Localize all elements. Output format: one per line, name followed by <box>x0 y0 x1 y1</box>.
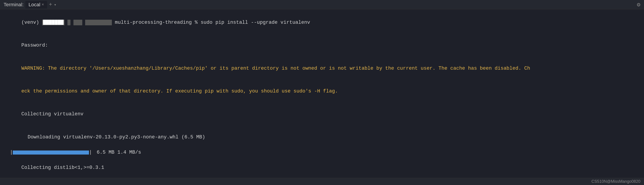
tab-close-icon[interactable]: × <box>42 2 44 7</box>
terminal-line-3: eck the permissions and owner of that di… <box>4 80 640 103</box>
line-text-7: Collecting distlib<1,>=0.3.1 <box>21 165 104 170</box>
pipe-2: | <box>89 149 92 156</box>
terminal-line-4: Collecting virtualenv <box>4 103 640 126</box>
prompt-text-0: (venv) ███████ █ ███ █████████ multi-pro… <box>21 20 310 25</box>
status-bar: CS510N@MissMango0820 <box>0 178 644 185</box>
pipe-1: | <box>10 149 13 156</box>
app-label: Terminal: <box>4 2 24 8</box>
line-text-5: Downloading virtualenv-20.13.0-py2.py3-n… <box>28 134 205 140</box>
progress-info-1: 6.5 MB 1.4 MB/s <box>94 149 141 156</box>
terminal-line-6: | | 6.5 MB 1.4 MB/s <box>4 149 640 156</box>
terminal-content: (venv) ███████ █ ███ █████████ multi-pro… <box>0 10 644 178</box>
gear-icon[interactable]: ⚙ <box>637 1 640 8</box>
title-bar-left: Terminal: Local × + ▾ <box>4 1 56 8</box>
line-text-4: Collecting virtualenv <box>21 111 83 117</box>
line-text-2: WARNING: The directory '/Users/xueshanzh… <box>21 66 530 71</box>
progress-bar-1 <box>13 150 89 154</box>
terminal-line-5: Downloading virtualenv-20.13.0-py2.py3-n… <box>4 126 640 148</box>
tab-chevron-icon[interactable]: ▾ <box>54 2 56 7</box>
terminal-window: Terminal: Local × + ▾ ⚙ (venv) ███████ █… <box>0 0 644 185</box>
line-text-1: Password: <box>21 42 48 48</box>
tab-local[interactable]: Local × <box>25 1 47 8</box>
terminal-line-1: Password: <box>4 34 640 57</box>
status-text: CS510N@MissMango0820 <box>592 179 640 184</box>
line-text-3: eck the permissions and owner of that di… <box>21 88 338 94</box>
terminal-line-7: Collecting distlib<1,>=0.3.1 <box>4 156 640 178</box>
title-bar: Terminal: Local × + ▾ ⚙ <box>0 0 644 10</box>
terminal-line-2: WARNING: The directory '/Users/xueshanzh… <box>4 57 640 80</box>
add-tab-icon[interactable]: + <box>49 2 52 8</box>
tab-name: Local <box>28 2 40 8</box>
title-bar-right: ⚙ <box>637 1 640 8</box>
terminal-line-0: (venv) ███████ █ ███ █████████ multi-pro… <box>4 11 640 34</box>
